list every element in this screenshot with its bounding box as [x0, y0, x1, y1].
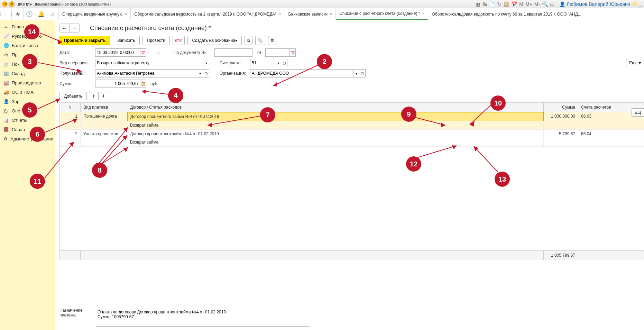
sidebar-icon: 🛒: [3, 62, 9, 67]
from-label: от:: [257, 50, 263, 55]
recipient-input[interactable]: [95, 69, 197, 77]
callout-5: 5: [22, 102, 37, 118]
minimize-icon[interactable]: _: [639, 1, 642, 7]
tool-icon[interactable]: ▦: [476, 1, 480, 7]
calendar-button[interactable]: 📅: [140, 48, 146, 57]
app-icon: 1c: [2, 1, 8, 7]
sidebar-item[interactable]: 🚚ОС и НМА: [0, 88, 55, 97]
sidebar-item[interactable]: 🏭Производство: [0, 78, 55, 88]
close-icon[interactable]: ×: [279, 12, 281, 17]
page-title: Списание с расчетного счета (создание) *: [90, 25, 211, 32]
account-dropdown[interactable]: ▾: [275, 59, 281, 67]
org-label: Организация:: [220, 71, 247, 76]
sidebar-icon: 🌐: [3, 43, 9, 48]
col-n: N: [60, 103, 81, 112]
table-row[interactable]: 2Уплата процентовДоговор процентного зай…: [60, 130, 644, 138]
doc-icon[interactable]: 📄: [489, 1, 495, 7]
sidebar-item[interactable]: ⚙Администрирование: [0, 134, 55, 144]
m-icon[interactable]: M: [519, 1, 523, 7]
sidebar-item[interactable]: 📕Справ: [0, 125, 55, 134]
sidebar-label: Отчеты: [12, 118, 27, 123]
callout-4: 4: [168, 88, 183, 103]
sidebar-label: Пр: [12, 52, 18, 57]
nav-forward-button[interactable]: →: [70, 24, 79, 32]
add-row-button[interactable]: Добавить: [59, 92, 87, 100]
callout-13: 13: [495, 172, 510, 187]
org-input[interactable]: [250, 69, 353, 77]
tab[interactable]: Операции, введенные вручную×: [59, 8, 131, 20]
org-dropdown[interactable]: ▾: [353, 69, 359, 77]
docnum-input[interactable]: [214, 48, 252, 57]
apps-icon[interactable]: ⋮⋮⋮: [0, 8, 12, 20]
tree-icon[interactable]: ⧉: [245, 36, 252, 45]
dtkt-icon[interactable]: ДтКт: [173, 36, 185, 45]
callout-2: 2: [317, 54, 332, 69]
callout-11: 11: [30, 174, 45, 189]
callout-9: 9: [401, 107, 416, 122]
attach-icon[interactable]: 📎: [255, 36, 265, 45]
sidebar-icon: ≡: [3, 24, 9, 29]
table-row[interactable]: 1Погашение долгаДоговор процентного займ…: [60, 112, 644, 121]
account-input[interactable]: [250, 59, 275, 67]
list-icon[interactable]: ≣: [268, 36, 276, 45]
move-up-button[interactable]: ⬆: [89, 92, 99, 100]
sidebar-icon: 📊: [3, 118, 9, 123]
close-icon[interactable]: ×: [422, 11, 424, 16]
home-icon[interactable]: ⌂: [47, 8, 59, 20]
move-down-button[interactable]: ⬇: [99, 92, 108, 100]
tab[interactable]: Списание с расчетного счета (создание) *…: [336, 8, 428, 20]
sidebar-item[interactable]: 🏢Склад: [0, 69, 55, 78]
recipient-dropdown[interactable]: ▾: [197, 69, 203, 77]
refresh-icon[interactable]: ↻: [497, 1, 501, 7]
close-icon[interactable]: ×: [125, 12, 127, 17]
post-close-button[interactable]: Провести и закрыть: [59, 36, 110, 45]
close-icon[interactable]: ×: [330, 12, 332, 17]
from-date-input[interactable]: [265, 48, 289, 57]
nav-back-button[interactable]: ←: [60, 24, 70, 32]
sidebar-label: ОС и НМА: [12, 90, 34, 95]
post-button[interactable]: Провести: [142, 36, 170, 45]
purpose-textarea[interactable]: [96, 308, 310, 327]
recipient-open[interactable]: ▢: [203, 69, 209, 77]
from-calendar-button[interactable]: 📅: [289, 48, 296, 57]
zoom-icon[interactable]: 🔍: [542, 1, 548, 7]
m-minus-icon[interactable]: M-: [534, 1, 540, 7]
create-from-button[interactable]: Создать на основании ▾: [187, 36, 242, 45]
optype-input[interactable]: [95, 59, 203, 67]
m-plus-icon[interactable]: M+: [525, 1, 532, 7]
table-subrow[interactable]: Возврат займа: [60, 138, 644, 147]
date-input[interactable]: [95, 48, 140, 57]
tab[interactable]: Оборотно-сальдовая ведомость за 1 кварта…: [131, 8, 285, 20]
calc-icon[interactable]: 🧮: [503, 1, 509, 7]
sidebar-label: Справ: [12, 127, 25, 132]
tab[interactable]: Банковские выписки×: [285, 8, 336, 20]
callout-8: 8: [92, 163, 107, 178]
sidebar-item[interactable]: 🌐Банк и касса: [0, 41, 55, 50]
org-open[interactable]: ▢: [359, 69, 366, 77]
sum-input[interactable]: [95, 80, 140, 88]
purpose-label: Назначение платежа:: [59, 308, 92, 327]
callout-3: 3: [22, 54, 37, 69]
sum-calc-button[interactable]: 🧮: [140, 80, 146, 88]
table-more-button[interactable]: Ещ: [632, 108, 644, 117]
sidebar-icon: 🏢: [3, 71, 9, 76]
callout-10: 10: [490, 95, 506, 111]
tab[interactable]: Оборотно-сальдовая ведомость по счету 66…: [428, 8, 585, 20]
calendar-icon[interactable]: 📅: [511, 1, 517, 7]
sidebar-label: Банк и касса: [12, 43, 38, 48]
save-button[interactable]: Записать: [113, 36, 139, 45]
col-sum: Сумма: [544, 103, 578, 112]
history-icon[interactable]: 🕓: [24, 8, 35, 20]
account-open[interactable]: ▢: [281, 59, 287, 67]
table-subrow[interactable]: Возврат займа: [60, 121, 644, 130]
optype-dropdown[interactable]: ▾: [203, 59, 209, 67]
star-icon[interactable]: ★: [12, 8, 24, 20]
print-icon[interactable]: 🖶: [482, 1, 487, 7]
dropdown-icon[interactable]: ▾: [9, 1, 15, 7]
info-icon[interactable]: ⓘ: [632, 1, 637, 7]
currency-label: руб.: [150, 81, 158, 86]
date-label: Дата:: [59, 50, 92, 55]
more-button[interactable]: Еще ▾: [626, 59, 644, 67]
window-icon[interactable]: ▭: [550, 1, 554, 7]
bell-icon[interactable]: 🔔: [35, 8, 47, 20]
